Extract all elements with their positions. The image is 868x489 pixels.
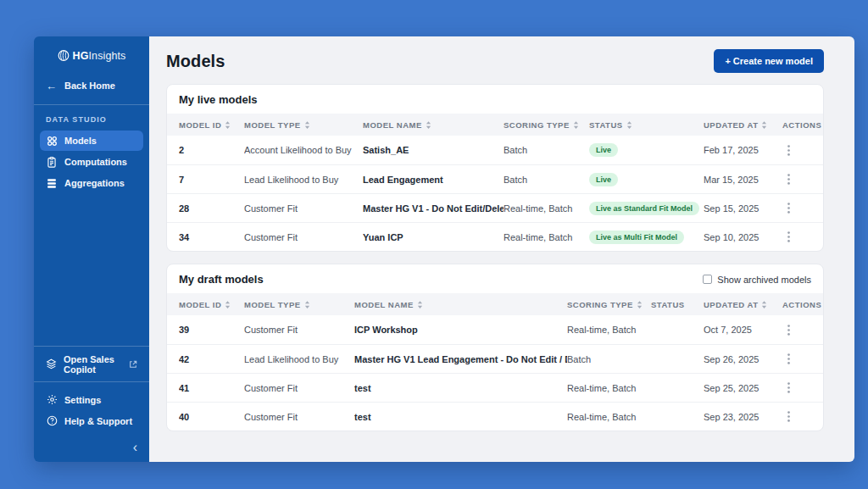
data-studio-section-label: DATA STUDIO — [34, 105, 149, 130]
status-badge: Live — [589, 173, 618, 186]
desktop-background: HGInsights ← Back Home DATA STUDIO Model… — [0, 0, 868, 489]
row-actions-menu-button[interactable] — [782, 171, 795, 187]
cell-model-name: Lead Engagement — [363, 175, 504, 185]
cell-updated-at: Sep 23, 2025 — [704, 412, 782, 422]
cell-model-type: Customer Fit — [244, 383, 354, 393]
column-label: Model Type — [244, 300, 301, 309]
status-badge: Live — [589, 143, 618, 157]
cell-model-id: 28 — [179, 203, 244, 214]
sidebar-item-open-sales-copilot[interactable]: Open Sales Copilot — [34, 353, 149, 375]
sort-icon[interactable] — [417, 300, 423, 309]
draft-models-title: My draft models — [179, 273, 264, 286]
cell-status: Live — [589, 143, 704, 157]
sidebar-item-help-support[interactable]: Help & Support — [34, 410, 149, 431]
sidebar-item-label: Help & Support — [64, 416, 132, 426]
hg-insights-logo-text: HGInsights — [73, 50, 126, 62]
live-models-title: My live models — [179, 93, 257, 106]
show-archived-checkbox[interactable] — [703, 275, 712, 284]
cell-updated-at: Sep 10, 2025 — [704, 232, 782, 242]
column-header-status[interactable]: Status — [589, 120, 704, 130]
cell-actions — [782, 171, 811, 187]
cell-updated-at: Feb 17, 2025 — [704, 145, 782, 155]
cell-scoring-type: Real-time, Batch — [567, 412, 651, 422]
column-header-model-name[interactable]: Model Name — [363, 120, 504, 130]
cell-model-name: test — [354, 412, 567, 422]
sort-icon[interactable] — [761, 300, 767, 309]
sort-icon[interactable] — [761, 120, 767, 130]
sidebar-item-settings[interactable]: Settings — [34, 389, 149, 410]
cell-model-type: Customer Fit — [244, 232, 363, 242]
cell-model-name: Master HG V1 - Do Not Edit/Delete — [363, 203, 504, 214]
cell-actions — [782, 351, 811, 367]
cell-model-id: 34 — [179, 232, 244, 242]
cell-actions — [782, 229, 811, 245]
sort-icon[interactable] — [573, 120, 579, 130]
row-actions-menu-button[interactable] — [782, 380, 795, 396]
column-header-model-name[interactable]: Model Name — [354, 300, 567, 309]
sidebar-item-computations[interactable]: Computations — [40, 152, 143, 172]
live-models-card: My live models Model IDModel TypeModel N… — [166, 84, 824, 252]
sort-icon[interactable] — [225, 300, 231, 309]
sidebar-item-label: Computations — [64, 157, 127, 167]
sort-icon[interactable] — [426, 120, 431, 130]
cell-model-id: 7 — [179, 175, 244, 185]
cell-scoring-type: Real-time, Batch — [504, 203, 589, 214]
row-actions-menu-button[interactable] — [782, 142, 795, 158]
cell-updated-at: Oct 7, 2025 — [704, 325, 782, 335]
sidebar-item-label: Aggregations — [64, 178, 125, 188]
grid-icon — [46, 136, 58, 147]
gear-icon — [46, 394, 58, 405]
sort-icon[interactable] — [225, 120, 231, 130]
column-header-updated-at[interactable]: Updated At — [704, 300, 782, 309]
column-label: Scoring Type — [567, 300, 633, 309]
table-row: 28Customer FitMaster HG V1 - Do Not Edit… — [167, 193, 823, 222]
column-label: Status — [589, 120, 623, 130]
cell-updated-at: Sep 15, 2025 — [704, 203, 782, 214]
back-home-label: Back Home — [64, 81, 115, 91]
show-archived-toggle[interactable]: Show archived models — [703, 275, 811, 285]
hg-insights-logo: HGInsights — [39, 49, 144, 62]
cell-scoring-type: Batch — [504, 145, 589, 155]
column-header-model-id[interactable]: Model ID — [179, 120, 244, 130]
row-actions-menu-button[interactable] — [782, 322, 795, 338]
cell-model-id: 41 — [179, 383, 244, 393]
column-header-model-type[interactable]: Model Type — [244, 120, 363, 130]
copilot-icon — [46, 358, 57, 370]
collapse-sidebar-button[interactable]: ‹ — [133, 442, 137, 453]
column-label: Model Name — [363, 120, 422, 130]
cell-actions — [782, 322, 811, 338]
column-header-updated-at[interactable]: Updated At — [704, 120, 782, 130]
column-header-actions: Actions — [782, 120, 821, 130]
cell-model-name: Master HG V1 Lead Engagement - Do Not Ed… — [354, 354, 567, 364]
cell-model-name: Satish_AE — [363, 145, 504, 155]
create-new-model-button[interactable]: + Create new model — [714, 49, 824, 73]
back-home-button[interactable]: ← Back Home — [34, 75, 149, 97]
row-actions-menu-button[interactable] — [782, 229, 795, 245]
row-actions-menu-button[interactable] — [782, 408, 795, 425]
show-archived-label: Show archived models — [717, 275, 811, 285]
column-header-model-type[interactable]: Model Type — [244, 300, 354, 309]
cell-status: Live — [589, 173, 704, 186]
sort-icon[interactable] — [304, 300, 310, 309]
row-actions-menu-button[interactable] — [782, 200, 795, 216]
cell-scoring-type: Batch — [504, 175, 589, 185]
column-header-scoring-type[interactable]: Scoring Type — [567, 300, 651, 309]
sort-icon[interactable] — [637, 300, 643, 309]
sidebar: HGInsights ← Back Home DATA STUDIO Model… — [34, 36, 149, 462]
cell-actions — [782, 200, 811, 216]
table-row: 41Customer FittestReal-time, BatchSep 25… — [167, 373, 823, 402]
cell-actions — [782, 380, 811, 396]
cell-model-id: 42 — [179, 354, 244, 364]
row-actions-menu-button[interactable] — [782, 351, 795, 367]
column-label: Model ID — [179, 300, 221, 309]
sidebar-item-models[interactable]: Models — [40, 131, 143, 151]
sort-icon[interactable] — [626, 120, 632, 130]
draft-models-card-header: My draft models Show archived models — [167, 264, 823, 293]
sidebar-nav: ModelsComputationsAggregations — [34, 130, 149, 194]
column-header-scoring-type[interactable]: Scoring Type — [504, 120, 589, 130]
sidebar-spacer — [34, 194, 149, 346]
column-header-model-id[interactable]: Model ID — [179, 300, 244, 309]
cell-model-id: 40 — [179, 412, 244, 422]
sidebar-item-aggregations[interactable]: Aggregations — [40, 173, 143, 193]
sort-icon[interactable] — [304, 120, 310, 130]
